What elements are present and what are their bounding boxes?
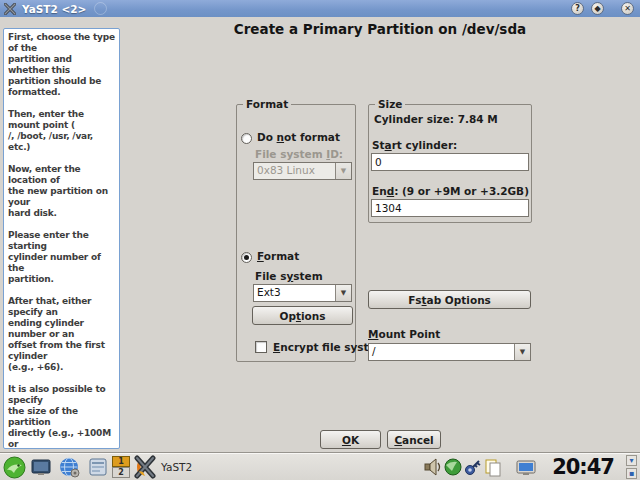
- do-not-format-radio[interactable]: [241, 133, 252, 144]
- help-text: First, choose the type of the partition …: [8, 32, 115, 449]
- web-globe-icon[interactable]: [57, 455, 81, 479]
- fs-id-value: 0x83 Linux: [254, 163, 335, 179]
- taskbar-task-yast2[interactable]: YaST2: [161, 461, 192, 473]
- chevron-down-icon[interactable]: ▼: [335, 285, 351, 301]
- yast-app-icon: [4, 3, 16, 15]
- page-title: Create a Primary Partition on /dev/sda: [125, 21, 635, 37]
- start-cylinder-label: Start cylinder:: [372, 139, 457, 151]
- window-title: YaST2 <2>: [22, 3, 86, 15]
- ok-button[interactable]: OK: [320, 430, 381, 449]
- file-system-combobox[interactable]: Ext3 ▼: [253, 284, 352, 302]
- file-system-value: Ext3: [254, 285, 335, 301]
- chevron-down-icon[interactable]: ▼: [514, 344, 530, 360]
- do-not-format-label[interactable]: Do not format: [257, 131, 340, 143]
- busy-spinner-icon: [94, 2, 107, 15]
- file-system-label: File system: [255, 270, 323, 282]
- help-button[interactable]: ?: [571, 2, 584, 15]
- options-button[interactable]: Options: [252, 306, 353, 325]
- yast2-window: YaST2 <2> ? ◆ ✕ First, choose the type o…: [0, 0, 640, 480]
- panel-app-icon[interactable]: ▪: [626, 468, 637, 479]
- end-label: End: (9 or +9M or +3.2GB): [372, 185, 529, 197]
- yast-task-icon[interactable]: [133, 455, 157, 479]
- desktop-icon[interactable]: [29, 455, 53, 479]
- fs-id-combobox: 0x83 Linux ▼: [253, 162, 352, 180]
- end-input[interactable]: [371, 199, 529, 217]
- suse-menu-icon[interactable]: [2, 455, 26, 479]
- fstab-options-button[interactable]: Fstab Options: [368, 290, 531, 309]
- cancel-button[interactable]: Cancel: [387, 430, 441, 449]
- format-radio-label[interactable]: Format: [257, 250, 299, 262]
- desktop-pager: 1 2: [112, 456, 130, 479]
- help-panel: First, choose the type of the partition …: [3, 28, 120, 449]
- fs-id-label: File system ID:: [255, 148, 343, 160]
- panel-hide-icon[interactable]: ▾: [626, 455, 637, 466]
- pager-desktop-1[interactable]: 1: [112, 456, 130, 467]
- dialog-body: First, choose the type of the partition …: [0, 17, 640, 452]
- mount-point-combobox[interactable]: / ▼: [368, 343, 531, 361]
- format-group-label: Format: [243, 98, 291, 110]
- pager-desktop-2[interactable]: 2: [112, 467, 130, 478]
- chevron-down-icon: ▼: [335, 163, 351, 179]
- panel-icon[interactable]: [86, 455, 110, 479]
- clock[interactable]: 20:47: [552, 455, 614, 479]
- encrypt-checkbox[interactable]: [255, 341, 267, 353]
- mount-point-value: /: [369, 344, 514, 360]
- display-icon[interactable]: [514, 455, 538, 479]
- start-cylinder-input[interactable]: [371, 153, 529, 171]
- size-group-label: Size: [375, 98, 405, 110]
- close-button[interactable]: ✕: [621, 2, 634, 15]
- cylinder-size-label: Cylinder size: 7.84 M: [374, 113, 498, 125]
- mount-point-label: Mount Point: [368, 328, 440, 340]
- sticky-button[interactable]: ◆: [591, 2, 604, 15]
- format-radio[interactable]: [241, 252, 252, 263]
- clipboard-icon[interactable]: [481, 455, 505, 479]
- taskbar: 1 2 YaST2: [0, 452, 640, 480]
- titlebar[interactable]: YaST2 <2> ? ◆ ✕: [0, 0, 640, 17]
